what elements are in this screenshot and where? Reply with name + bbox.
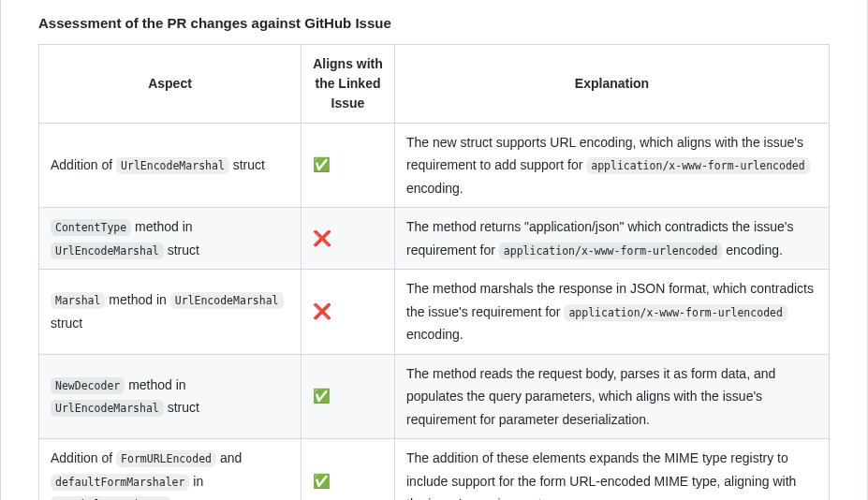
aligns-cell: ✅	[302, 354, 395, 439]
code-token: application/x-www-form-urlencoded	[586, 157, 809, 174]
aspect-cell: Addition of FormURLEncoded and defaultFo…	[39, 439, 302, 501]
assessment-table: Aspect Aligns with the Linked Issue Expl…	[38, 44, 830, 501]
table-header-row: Aspect Aligns with the Linked Issue Expl…	[39, 44, 830, 123]
table-row: Marshal method in UrlEncodeMarshal struc…	[39, 270, 830, 355]
aligns-cell: ❌	[302, 270, 395, 355]
code-token: NewDecoder	[51, 377, 125, 394]
code-token: ContentType	[51, 219, 131, 236]
aspect-cell: Addition of UrlEncodeMarshal struct	[39, 123, 302, 208]
explanation-cell: The method returns "application/json" wh…	[395, 208, 830, 270]
aspect-cell: NewDecoder method in UrlEncodeMarshal st…	[39, 354, 302, 439]
assessment-container: Assessment of the PR changes against Git…	[0, 0, 868, 500]
aspect-cell: Marshal method in UrlEncodeMarshal struc…	[39, 270, 302, 355]
check-icon: ✅	[313, 473, 331, 489]
col-header-explanation: Explanation	[395, 44, 830, 123]
code-token: FormURLEncoded	[116, 450, 216, 467]
aligns-cell: ❌	[302, 208, 395, 270]
table-row: ContentType method in UrlEncodeMarshal s…	[39, 208, 830, 270]
code-token: application/x-www-form-urlencoded	[499, 243, 722, 259]
code-token: Marshal	[51, 292, 105, 309]
aspect-cell: ContentType method in UrlEncodeMarshal s…	[39, 208, 302, 270]
explanation-cell: The method reads the request body, parse…	[395, 354, 830, 439]
explanation-cell: The new struct supports URL encoding, wh…	[395, 123, 830, 208]
table-row: NewDecoder method in UrlEncodeMarshal st…	[39, 354, 830, 439]
table-row: Addition of FormURLEncoded and defaultFo…	[39, 439, 830, 501]
cross-icon: ❌	[313, 230, 331, 246]
code-token: UrlEncodeMarshal	[170, 292, 284, 309]
code-token: UrlEncodeMarshal	[116, 157, 229, 174]
table-row: Addition of UrlEncodeMarshal struct✅The …	[39, 123, 830, 208]
cross-icon: ❌	[313, 303, 331, 319]
code-token: marshalerRegistry	[51, 496, 170, 500]
explanation-cell: The method marshals the response in JSON…	[395, 270, 830, 355]
table-body: Addition of UrlEncodeMarshal struct✅The …	[39, 123, 830, 500]
code-token: UrlEncodeMarshal	[51, 243, 164, 259]
aligns-cell: ✅	[302, 439, 395, 501]
section-heading: Assessment of the PR changes against Git…	[38, 0, 830, 44]
explanation-cell: The addition of these elements expands t…	[395, 439, 830, 501]
aligns-cell: ✅	[302, 123, 395, 208]
col-header-aspect: Aspect	[39, 44, 302, 123]
check-icon: ✅	[313, 388, 331, 404]
code-token: application/x-www-form-urlencoded	[564, 304, 787, 321]
check-icon: ✅	[313, 156, 331, 172]
code-token: UrlEncodeMarshal	[51, 400, 164, 417]
code-token: defaultFormMarshaler	[51, 474, 189, 491]
col-header-aligns: Aligns with the Linked Issue	[302, 44, 395, 123]
